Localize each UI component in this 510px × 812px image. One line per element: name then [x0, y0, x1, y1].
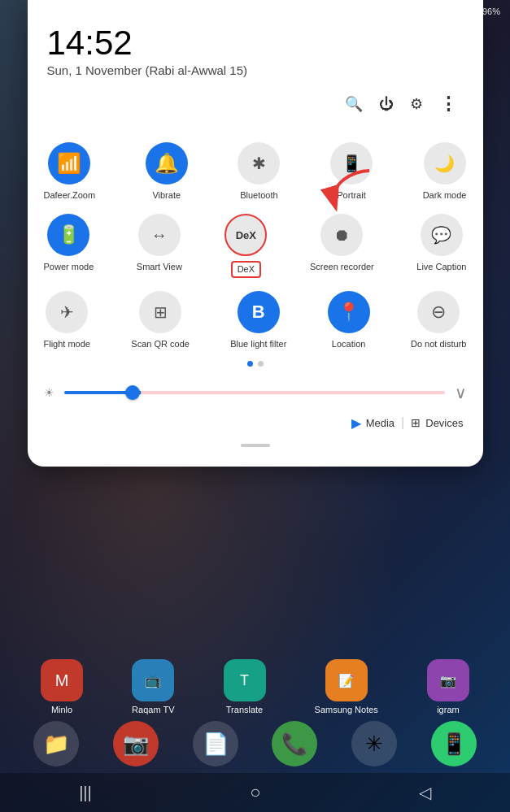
tile-dex[interactable]: DeX DeX — [221, 206, 270, 282]
tiles-row-2: 🔋 Power mode ↔ Smart View DeX DeX — [34, 206, 477, 282]
tile-label-blue-light: Blue light filter — [230, 338, 286, 350]
tile-location[interactable]: 📍 Location — [325, 283, 373, 354]
portrait-icon: 📱 — [330, 142, 373, 185]
dot-1 — [247, 361, 253, 367]
brightness-row: ☀ ∨ — [28, 373, 483, 412]
media-label: Media — [366, 417, 394, 429]
nav-home-icon[interactable]: ○ — [250, 782, 260, 803]
smart-view-icon: ↔ — [138, 214, 181, 256]
dock-camera[interactable]: 📷 — [113, 721, 159, 766]
power-mode-icon: 🔋 — [47, 214, 89, 256]
brightness-expand-icon[interactable]: ∨ — [455, 383, 467, 402]
tile-label-screen-recorder: Screen recorder — [310, 261, 374, 272]
power-button[interactable]: ⏻ — [379, 96, 394, 113]
tile-vibrate[interactable]: 🔔 Vibrate — [142, 134, 191, 206]
dot-2 — [258, 361, 264, 367]
blue-light-icon: B — [238, 291, 280, 333]
tile-power-mode[interactable]: 🔋 Power mode — [41, 206, 98, 282]
tile-label-live-caption: Live Caption — [416, 261, 466, 272]
battery-percent: 96% — [482, 7, 500, 16]
tile-blue-light[interactable]: B Blue light filter — [227, 283, 290, 354]
scan-qr-icon: ⊞ — [139, 291, 181, 333]
tile-label-vibrate: Vibrate — [152, 189, 181, 201]
dex-icon: DeX — [224, 214, 267, 256]
nav-bar: ||| ○ ◁ — [0, 773, 510, 812]
devices-button[interactable]: ⊞ Devices — [411, 416, 463, 429]
tile-label-power-mode: Power mode — [44, 261, 94, 272]
settings-button[interactable]: ⚙ — [410, 95, 423, 113]
media-devices-row: ▶ Media | ⊞ Devices — [28, 412, 483, 437]
tile-label-dafeer-zoom: Dafeer.Zoom — [44, 189, 96, 201]
dark-mode-icon: 🌙 — [424, 142, 466, 185]
more-options-button[interactable]: ⋮ — [439, 93, 457, 115]
tile-label-scan-qr: Scan QR code — [131, 338, 190, 350]
media-button[interactable]: ▶ Media — [351, 415, 394, 431]
bluetooth-icon: ✱ — [238, 142, 280, 185]
tile-label-dark-mode: Dark mode — [423, 189, 467, 201]
screen-recorder-icon: ⏺ — [320, 214, 363, 256]
time-display: 14:52 — [47, 26, 464, 60]
tile-flight-mode[interactable]: ✈ Flight mode — [41, 283, 94, 354]
do-not-disturb-icon: ⊖ — [417, 291, 460, 333]
dafeer-zoom-icon: 📶 — [48, 142, 90, 185]
drag-handle[interactable] — [28, 437, 483, 447]
bg-app-notes[interactable]: 📝 Samsung Notes — [315, 659, 378, 714]
devices-grid-icon: ⊞ — [411, 416, 421, 429]
tile-scan-qr[interactable]: ⊞ Scan QR code — [128, 283, 193, 354]
dock-phone[interactable]: 📱 — [431, 721, 477, 766]
nav-back-icon[interactable]: ◁ — [419, 783, 431, 802]
tile-bluetooth[interactable]: ✱ Bluetooth — [234, 134, 283, 206]
tile-dark-mode[interactable]: 🌙 Dark mode — [420, 134, 470, 206]
tile-live-caption[interactable]: 💬 Live Caption — [413, 206, 469, 282]
dock-viber[interactable]: 📞 — [272, 721, 317, 766]
bg-app-translate[interactable]: T Translate — [224, 659, 266, 714]
page-indicators — [28, 361, 483, 367]
media-play-icon: ▶ — [351, 415, 361, 431]
separator: | — [401, 415, 404, 430]
brightness-slider[interactable] — [64, 391, 445, 394]
live-caption-icon: 💬 — [421, 214, 463, 256]
date-display: Sun, 1 November (Rabi al-Awwal 15) — [47, 63, 464, 77]
flight-mode-icon: ✈ — [46, 291, 88, 333]
tile-portrait[interactable]: 📱 Portrait — [327, 134, 376, 206]
tile-label-do-not-disturb: Do not disturb — [411, 338, 466, 350]
panel-header: 14:52 Sun, 1 November (Rabi al-Awwal 15)… — [28, 0, 483, 134]
nav-recents-icon[interactable]: ||| — [79, 784, 92, 802]
bg-app-igram[interactable]: 📷 igram — [427, 659, 469, 714]
tiles-row-1: 📶 Dafeer.Zoom 🔔 Vibrate ✱ Bluetooth — [34, 134, 477, 206]
dock-star[interactable]: ✳ — [351, 721, 397, 766]
tile-smart-view[interactable]: ↔ Smart View — [133, 206, 185, 282]
quick-settings-panel: 14:52 Sun, 1 November (Rabi al-Awwal 15)… — [28, 0, 483, 467]
tile-label-portrait: Portrait — [337, 189, 365, 201]
tile-do-not-disturb[interactable]: ⊖ Do not disturb — [408, 283, 469, 354]
tile-label-smart-view: Smart View — [137, 261, 182, 272]
search-button[interactable]: 🔍 — [345, 95, 363, 113]
tile-label-bluetooth: Bluetooth — [240, 189, 277, 201]
tile-label-flight-mode: Flight mode — [44, 338, 90, 350]
panel-controls: 🔍 ⏻ ⚙ ⋮ — [47, 93, 464, 115]
vibrate-icon: 🔔 — [146, 142, 188, 185]
tile-label-dex: DeX — [231, 261, 261, 277]
tiles-row-3: ✈ Flight mode ⊞ Scan QR code B Blue ligh… — [34, 283, 477, 354]
bg-app-raqam[interactable]: 📺 Raqam TV — [132, 659, 174, 714]
tile-dafeer-zoom[interactable]: 📶 Dafeer.Zoom — [41, 134, 99, 206]
devices-label: Devices — [425, 417, 463, 429]
dock-files[interactable]: 📁 — [33, 721, 79, 766]
tile-label-location: Location — [332, 338, 366, 350]
brightness-thumb[interactable] — [125, 385, 140, 400]
tile-screen-recorder[interactable]: ⏺ Screen recorder — [307, 206, 377, 282]
bottom-dock: 📁 📷 📄 📞 ✳ 📱 — [0, 721, 510, 766]
tiles-section: 📶 Dafeer.Zoom 🔔 Vibrate ✱ Bluetooth — [28, 134, 483, 354]
brightness-min-icon: ☀ — [44, 386, 54, 399]
drag-line — [241, 444, 270, 447]
location-icon: 📍 — [328, 291, 370, 333]
dock-files2[interactable]: 📄 — [193, 721, 238, 766]
bg-app-minlo[interactable]: M Minlo — [41, 659, 83, 714]
